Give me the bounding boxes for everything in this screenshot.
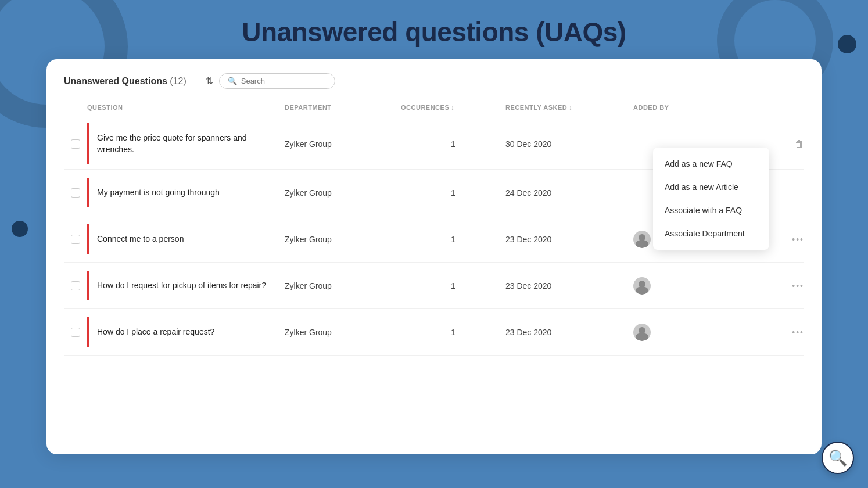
main-card: Unanswered Questions (12) ⇅ 🔍 QUESTION D… <box>46 59 822 454</box>
row-5-actions: ••• <box>769 328 804 337</box>
trash-icon-1[interactable]: 🗑 <box>795 139 804 149</box>
row-3-question: Connect me to a person <box>87 224 285 254</box>
row-4-occ: 1 <box>401 281 505 290</box>
avatar-3 <box>633 231 651 248</box>
th-occurrences-sort: OCCURENCES ↕ <box>401 104 454 111</box>
th-department: DEPARTMENT <box>285 104 401 111</box>
bg-dot-topright <box>838 35 856 53</box>
row-5-question: How do I place a repair request? <box>87 317 285 347</box>
header-divider <box>196 76 196 87</box>
table-container: QUESTION DEPARTMENT OCCURENCES ↕ RECENTL… <box>64 99 804 356</box>
row-2-checkbox[interactable] <box>64 188 87 198</box>
checkbox-3[interactable] <box>71 235 80 244</box>
row-3-date: 23 Dec 2020 <box>505 235 633 244</box>
sort-icon-recent: ↕ <box>569 104 572 111</box>
checkbox-1[interactable] <box>71 139 80 149</box>
th-actions <box>769 104 804 111</box>
filter-icon[interactable]: ⇅ <box>206 76 213 87</box>
chat-icon: 🔍 <box>828 449 847 467</box>
row-4-question: How do I request for pickup of items for… <box>87 271 285 301</box>
row-4-checkbox[interactable] <box>64 281 87 290</box>
chat-button[interactable]: 🔍 <box>822 442 854 474</box>
table-row: How do I place a repair request? Zylker … <box>64 309 804 356</box>
more-icon-5[interactable]: ••• <box>792 328 804 337</box>
sort-icon-occ: ↕ <box>451 104 454 111</box>
table-row: How do I request for pickup of items for… <box>64 263 804 309</box>
row-1-question: Give me the price quote for spanners and… <box>87 123 285 164</box>
search-input[interactable] <box>241 77 322 85</box>
row-4-addedby <box>633 277 769 295</box>
checkbox-4[interactable] <box>71 281 80 290</box>
row-3-checkbox[interactable] <box>64 235 87 244</box>
dropdown-menu: Add as a new FAQ Add as a new Article As… <box>653 148 769 250</box>
avatar-face-4 <box>633 277 651 295</box>
checkbox-5[interactable] <box>71 328 80 337</box>
avatar-5 <box>633 324 651 341</box>
dropdown-item-faq[interactable]: Add as a new FAQ <box>653 152 769 175</box>
avatar-face-5 <box>633 324 651 341</box>
row-1-checkbox[interactable] <box>64 139 87 149</box>
table-count: (12) <box>170 76 186 86</box>
row-3-dept: Zylker Group <box>285 235 401 244</box>
row-2-occ: 1 <box>401 188 505 198</box>
avatar-face-3 <box>633 231 651 248</box>
row-2-date: 24 Dec 2020 <box>505 188 633 198</box>
row-2-question: My payment is not going throuugh <box>87 178 285 208</box>
row-1-date: 30 Dec 2020 <box>505 139 633 149</box>
row-5-addedby <box>633 324 769 341</box>
more-icon-3[interactable]: ••• <box>792 235 804 244</box>
row-5-date: 23 Dec 2020 <box>505 328 633 337</box>
th-checkbox <box>64 104 87 111</box>
th-recently-sort: RECENTLY ASKED ↕ <box>505 104 572 111</box>
th-added-by: ADDED BY <box>633 104 769 111</box>
dropdown-item-assoc-dept[interactable]: Associate Department <box>653 222 769 245</box>
row-4-date: 23 Dec 2020 <box>505 281 633 290</box>
th-occurrences[interactable]: OCCURENCES ↕ <box>401 104 505 111</box>
more-icon-4[interactable]: ••• <box>792 281 804 290</box>
th-recently-asked[interactable]: RECENTLY ASKED ↕ <box>505 104 633 111</box>
row-4-dept: Zylker Group <box>285 281 401 290</box>
row-1-dept: Zylker Group <box>285 139 401 149</box>
row-2-dept: Zylker Group <box>285 188 401 198</box>
th-question: QUESTION <box>87 104 285 111</box>
dropdown-item-assoc-faq[interactable]: Associate with a FAQ <box>653 199 769 222</box>
checkbox-2[interactable] <box>71 188 80 198</box>
card-header: Unanswered Questions (12) ⇅ 🔍 <box>64 73 804 89</box>
row-3-actions: ••• <box>769 235 804 244</box>
search-icon: 🔍 <box>228 77 237 85</box>
row-4-actions: ••• <box>769 281 804 290</box>
avatar-4 <box>633 277 651 295</box>
row-5-occ: 1 <box>401 328 505 337</box>
row-5-dept: Zylker Group <box>285 328 401 337</box>
table-header: QUESTION DEPARTMENT OCCURENCES ↕ RECENTL… <box>64 99 804 116</box>
row-1-actions: 🗑 <box>769 139 804 149</box>
table-row: Give me the price quote for spanners and… <box>64 119 804 170</box>
bg-dot-midleft <box>12 221 28 237</box>
search-box[interactable]: 🔍 <box>219 73 335 89</box>
row-3-occ: 1 <box>401 235 505 244</box>
dropdown-item-article[interactable]: Add as a new Article <box>653 175 769 199</box>
table-title: Unanswered Questions (12) <box>64 76 186 87</box>
row-1-occ: 1 <box>401 139 505 149</box>
row-5-checkbox[interactable] <box>64 328 87 337</box>
